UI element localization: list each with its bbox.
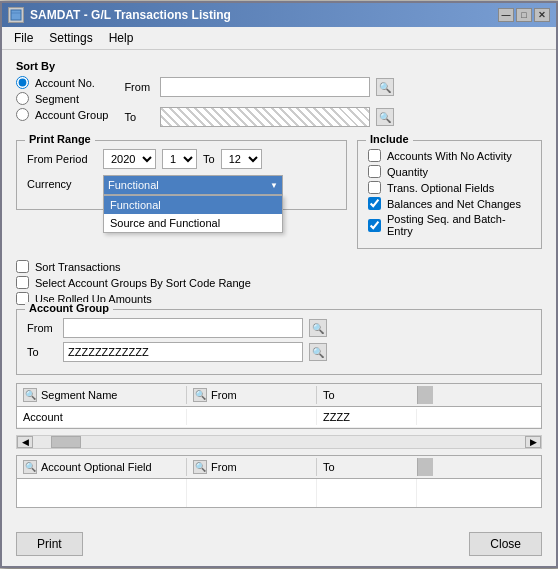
currency-selected-text: Functional [108,179,159,191]
accounts-no-activity-row: Accounts With No Activity [368,149,531,162]
main-content-row: Print Range From Period 2020 1 To 12 [16,140,542,309]
period-row: From Period 2020 1 To 12 [27,149,336,169]
seg-header-name-label: Segment Name [41,389,117,401]
from-input[interactable] [160,77,370,97]
include-box: Include Accounts With No Activity Quanti… [357,140,542,249]
opt-cell-empty-name [17,479,187,507]
quantity-checkbox[interactable] [368,165,381,178]
right-panel: Include Accounts With No Activity Quanti… [357,140,542,309]
trans-optional-checkbox[interactable] [368,181,381,194]
sort-by-group: Sort By Account No. Segment Account Grou… [16,60,108,124]
print-button[interactable]: Print [16,532,83,556]
radio-row-account: Account No. [16,76,108,89]
scroll-left-button[interactable]: ◀ [17,436,33,448]
select-account-groups-checkbox[interactable] [16,276,29,289]
menu-help[interactable]: Help [101,29,142,47]
radio-row-account-group: Account Group [16,108,108,121]
quantity-label: Quantity [387,166,428,178]
to-search-button[interactable]: 🔍 [376,108,394,126]
currency-selected[interactable]: Functional ▼ [103,175,283,195]
dropdown-arrow-icon: ▼ [270,181,278,190]
opt-header-from-label: From [211,461,237,473]
sort-transactions-label: Sort Transactions [35,261,121,273]
menu-settings[interactable]: Settings [41,29,100,47]
from-month-select[interactable]: 1 [162,149,197,169]
ag-from-row: From 🔍 [27,318,531,338]
to-period-label: To [203,153,215,165]
title-bar-left: SAMDAT - G/L Transactions Listing [8,7,231,23]
segment-table-header: 🔍 Segment Name 🔍 From To [17,384,541,407]
opt-name-search-icon[interactable]: 🔍 [23,460,37,474]
opt-header-to-label: To [323,461,335,473]
radio-account-group[interactable] [16,108,29,121]
radio-segment[interactable] [16,92,29,105]
ag-to-label: To [27,346,57,358]
from-row: From 🔍 [124,77,394,97]
radio-segment-label: Segment [35,93,79,105]
minimize-button[interactable]: — [498,8,514,22]
balances-net-label: Balances and Net Changes [387,198,521,210]
optional-fields-table: 🔍 Account Optional Field 🔍 From To [16,455,542,508]
app-icon [8,7,24,23]
opt-header-name-label: Account Optional Field [41,461,152,473]
seg-scrollbar-right[interactable] [417,386,433,404]
content-area: Sort By Account No. Segment Account Grou… [2,50,556,526]
from-year-select[interactable]: 2020 [103,149,156,169]
optional-table-header: 🔍 Account Optional Field 🔍 From To [17,456,541,479]
opt-header-to: To [317,458,417,476]
opt-cell-empty-from [187,479,317,507]
scrollbar-thumb[interactable] [51,436,81,448]
horizontal-scrollbar[interactable]: ◀ ▶ [16,435,542,449]
currency-option-functional[interactable]: Functional [104,196,282,214]
print-range-box: Print Range From Period 2020 1 To 12 [16,140,347,210]
radio-row-segment: Segment [16,92,108,105]
title-bar: SAMDAT - G/L Transactions Listing — □ ✕ [2,3,556,27]
scroll-right-button[interactable]: ▶ [525,436,541,448]
currency-option-source-functional[interactable]: Source and Functional [104,214,282,232]
seg-from-search-icon[interactable]: 🔍 [193,388,207,402]
close-button[interactable]: Close [469,532,542,556]
segment-row-account: Account ZZZZ [17,407,541,428]
menu-file[interactable]: File [6,29,41,47]
sort-by-label: Sort By [16,60,108,72]
checkboxes-group: Sort Transactions Select Account Groups … [16,260,347,305]
close-window-button[interactable]: ✕ [534,8,550,22]
radio-account-no[interactable] [16,76,29,89]
balances-net-checkbox[interactable] [368,197,381,210]
currency-row: Currency Functional ▼ Functional Source … [27,175,336,195]
ag-to-input[interactable] [63,342,303,362]
ag-from-input[interactable] [63,318,303,338]
currency-dropdown[interactable]: Functional ▼ Functional Source and Funct… [103,175,283,195]
ag-from-search-button[interactable]: 🔍 [309,319,327,337]
accounts-no-activity-checkbox[interactable] [368,149,381,162]
seg-name-search-icon[interactable]: 🔍 [23,388,37,402]
radio-account-no-label: Account No. [35,77,95,89]
currency-dropdown-list: Functional Source and Functional [103,195,283,233]
seg-cell-account-to: ZZZZ [317,409,417,425]
ag-to-search-button[interactable]: 🔍 [309,343,327,361]
ag-to-row: To 🔍 [27,342,531,362]
to-hatched-input [160,107,370,127]
opt-from-search-icon[interactable]: 🔍 [193,460,207,474]
to-label: To [124,111,154,123]
sort-transactions-row: Sort Transactions [16,260,347,273]
print-range-title: Print Range [25,133,95,145]
currency-label: Currency [27,175,97,190]
opt-header-name: 🔍 Account Optional Field [17,458,187,476]
maximize-button[interactable]: □ [516,8,532,22]
posting-seq-checkbox[interactable] [368,219,381,232]
trans-optional-label: Trans. Optional Fields [387,182,494,194]
menu-bar: File Settings Help [2,27,556,50]
from-search-button[interactable]: 🔍 [376,78,394,96]
account-group-box: Account Group From 🔍 To 🔍 [16,309,542,375]
from-label: From [124,81,154,93]
title-buttons: — □ ✕ [498,8,550,22]
footer: Print Close [2,526,556,566]
optional-empty-row [17,479,541,507]
account-group-title: Account Group [25,302,113,314]
opt-scrollbar-right[interactable] [417,458,433,476]
select-account-groups-label: Select Account Groups By Sort Code Range [35,277,251,289]
to-month-select[interactable]: 12 [221,149,262,169]
sort-transactions-checkbox[interactable] [16,260,29,273]
seg-header-to-label: To [323,389,335,401]
